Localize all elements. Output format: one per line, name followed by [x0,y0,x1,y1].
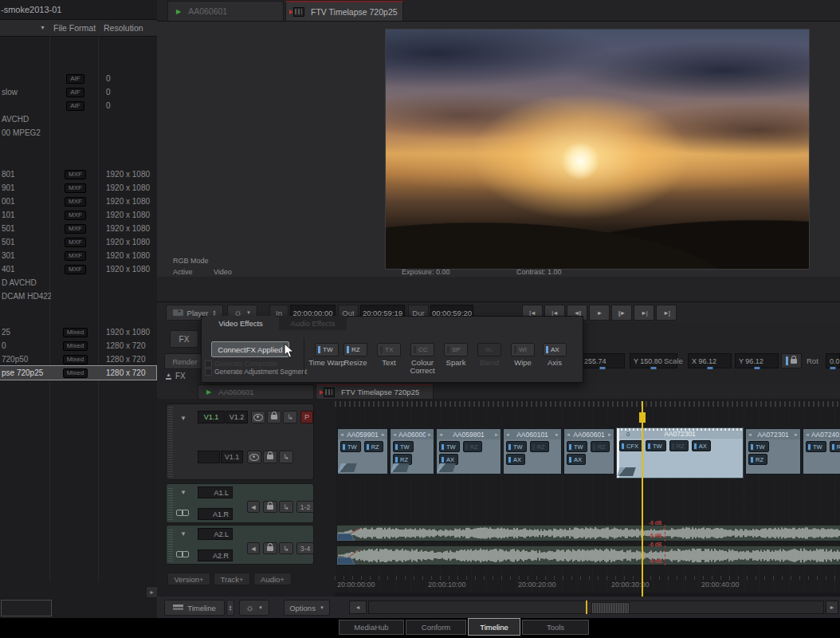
trim-left-icon[interactable]: ◄ [338,432,346,437]
scroll-left-button[interactable]: ◄ [349,601,367,614]
track-a2.r-field[interactable]: A2.R [198,549,233,561]
empty-patch-slot[interactable] [298,451,312,463]
tab-ftv-timelapse-720p25[interactable]: FTV Timelapse 720p25 [316,384,434,399]
collapse-audio-icon[interactable]: ▼ [180,530,186,538]
clip-effect-rz-badge[interactable]: RZ [830,441,840,452]
transition-mark[interactable] [391,463,410,472]
position-x-field[interactable]: 255.74 [580,353,625,368]
menu-checkbox[interactable] [205,368,212,376]
trim-right-icon[interactable]: ► [379,432,387,437]
library-row[interactable]: 301MXF1920 x 1080 [0,249,156,262]
clip-effect-rz-badge[interactable]: RZ [669,440,689,451]
library-row[interactable]: D AVCHD [0,276,156,289]
trim-right-icon[interactable]: ► [606,432,614,437]
audio-route-button[interactable]: ↳ [279,542,293,554]
transition-mark[interactable] [437,463,456,472]
menu-checkbox[interactable] [205,360,212,368]
library-row[interactable]: 401MXF1920 x 1080 [0,262,156,276]
library-row[interactable]: 001MXF1920 x 1080 [0,195,156,208]
workspace-tab-tools[interactable]: Tools [522,620,589,635]
scrollbar-handle[interactable] [591,602,630,614]
column-file-format[interactable]: File Format [53,23,96,33]
link-channels-icon[interactable] [176,510,189,516]
v11-visibility-button[interactable] [247,451,261,463]
track-a2.l-field[interactable]: A2.L [198,528,233,540]
clip-effect-ax-badge[interactable]: AX [567,454,586,465]
library-row[interactable]: 801MXF1920 x 1080 [0,167,156,181]
clip-effect-cfx-badge[interactable]: CFX [619,440,642,451]
library-row[interactable]: AIF0 [0,99,156,112]
effect-spark-button[interactable]: SP [444,343,468,356]
clip-effect-tw-badge[interactable]: TW [393,441,414,452]
transition-mark[interactable] [617,467,636,476]
audio-lane-a2[interactable] [337,545,840,565]
link-channels-icon[interactable] [176,551,189,557]
library-row[interactable]: slowAIF0 [0,85,156,99]
library-row[interactable]: 901MXF1920 x 1080 [0,181,156,195]
timeline-mode-button[interactable]: Timeline [164,600,225,616]
audio-channel-route-button[interactable]: 1-2 [296,501,314,513]
effect-text-button[interactable]: TX [377,343,401,356]
scroll-right-button[interactable]: ► [826,601,838,614]
workspace-tab-timeline[interactable]: Timeline [468,618,520,636]
sort-chevron-down-icon[interactable]: ▼ [40,25,45,30]
column-resolution[interactable]: Resolution [104,23,143,33]
render-button[interactable]: Render [164,353,206,369]
proportional-lock-button[interactable] [781,353,802,368]
audio-channel-route-button[interactable]: 3-4 [296,542,314,554]
scale-y-field[interactable]: Y 96.12 [735,353,779,368]
track-v11-label[interactable]: V1.1 [221,451,243,463]
library-row[interactable]: 25Mixed1920 x 1080 [0,325,156,339]
step-forward-button[interactable]: ||► [611,305,632,321]
clip-effect-tw-badge[interactable]: TW [806,441,826,452]
clip-effect-rz-badge[interactable]: RZ [748,454,767,465]
collapse-video-icon[interactable]: ▼ [180,415,186,422]
clip-effect-rz-badge[interactable]: RZ [530,441,549,452]
tab-aa060601[interactable]: ▶AA060601 [167,1,284,21]
timeline-clip-aa059801[interactable]: ◄AA059801►TWRZAX [436,428,501,475]
track-v1-secondary[interactable]: V1.2 [226,411,248,423]
trim-right-icon[interactable]: ► [426,432,434,437]
connectfx-applied-button[interactable]: ConnectFX Applied [211,341,289,357]
clip-effect-rz-badge[interactable]: RZ [364,441,383,452]
play-button[interactable]: ► [589,305,610,321]
audio-mute-button[interactable]: ◄ [247,501,260,513]
track-v1-primary[interactable]: V1.1 [198,411,225,423]
fx-panel-toggle[interactable]: ▲ FX [166,372,186,380]
timeline-clip-aa072301[interactable]: 0◄AA072301►CFXTWRZAX [616,427,744,478]
collapse-audio-icon[interactable]: ▼ [180,489,186,496]
trim-left-icon[interactable]: ◄ [746,432,754,437]
track-grip[interactable] [168,407,173,477]
timeline-clip-aa072301[interactable]: ◄AA072301►TWRZ [745,428,801,475]
timeline-mode-spinner[interactable]: ▲▼ [226,600,234,616]
timeline-settings-button[interactable]: ☼ ▼ [239,600,269,616]
library-row[interactable]: 00 MPEG2 [0,126,156,140]
add-track-button[interactable]: Track+ [214,573,250,585]
clip-effect-tw-badge[interactable]: TW [748,441,769,452]
add-audio-button[interactable]: Audio+ [253,573,292,585]
video-route-button[interactable]: ↳ [283,411,297,423]
scroll-right-arrow-icon[interactable]: ▸ [146,586,158,598]
effect-colour-correct-button[interactable]: CC [410,343,434,356]
menu-item-adjustment[interactable]: Generate Adjustment Segment [214,368,307,376]
options-button[interactable]: Options ▼ [284,600,330,616]
library-row[interactable]: pse 720p25Mixed1280 x 720 [0,366,156,380]
audio-mute-button[interactable]: ◄ [247,542,260,554]
clip-effect-tw-badge[interactable]: TW [506,441,527,452]
scale-x-field[interactable]: X 96.12 [688,353,732,368]
clip-effect-rz-badge[interactable]: RZ [463,441,482,452]
track-grip[interactable] [168,528,173,561]
v11-lock-button[interactable] [263,451,277,463]
trim-right-icon[interactable]: ► [792,432,800,437]
trim-left-icon[interactable]: ◄ [803,432,811,437]
track-grip[interactable] [168,486,173,520]
workspace-tab-mediahub[interactable]: MediaHub [339,620,404,635]
transition-mark[interactable] [338,463,357,472]
primary-track-button[interactable]: P [300,411,313,423]
tab-video-effects[interactable]: Video Effects [206,316,276,330]
sub-track-blank-field[interactable] [198,451,220,463]
v11-route-button[interactable]: ↳ [279,451,293,463]
effect-time-warp-button[interactable]: TW [315,343,339,356]
clip-effect-tw-badge[interactable]: TW [567,441,587,452]
clip-effect-tw-badge[interactable]: TW [439,441,460,452]
